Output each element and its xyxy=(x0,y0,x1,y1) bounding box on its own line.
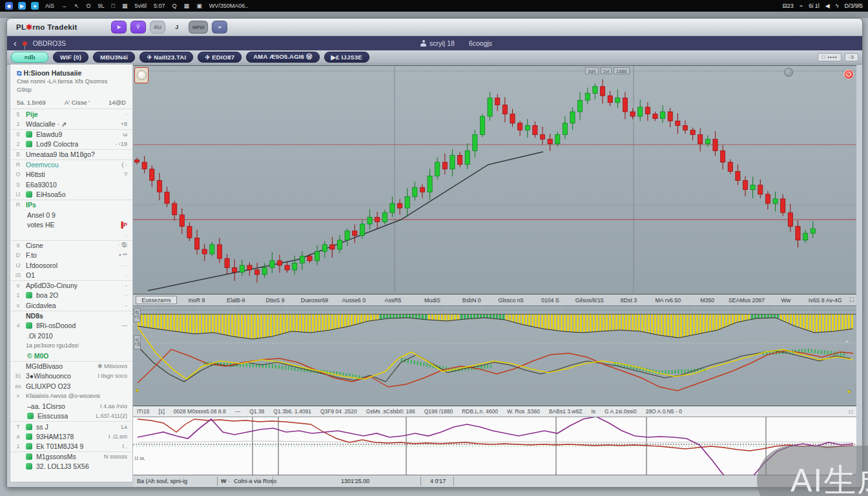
sidebar-row-1[interactable]: 2Wdacialle · ⇗+8 xyxy=(10,119,132,129)
sidebar-row-11[interactable]: votes HE▐P xyxy=(10,220,132,230)
sidebar-row-16[interactable]: ISO1· xyxy=(10,270,132,280)
share-button[interactable]: ➣ xyxy=(212,21,227,34)
sidebar-row-0[interactable]: 5Pije· xyxy=(10,109,132,119)
indicator-token-4: Q1.38 xyxy=(249,408,264,415)
sidebar-row-9[interactable]: RIPs xyxy=(10,200,132,210)
sidebar-row-33[interactable]: 1Ek T01M8J34 9I . xyxy=(10,441,132,451)
axis-label-2: ElalB-9 xyxy=(216,297,256,304)
sidebar-row-21[interactable]: 48Ri-osDoood— xyxy=(10,320,132,331)
row-value: ꞷ xyxy=(123,131,127,138)
panel-scroll-button-mid[interactable]: ≤(+3) xyxy=(134,335,141,349)
sidebar-row-25[interactable]: MGIdBivaso❋ Mitsoovo xyxy=(10,361,132,371)
taskbar-item-0[interactable]: AiS xyxy=(45,3,54,9)
sidebar-row-15[interactable]: IJLfdoosorol· · xyxy=(10,260,132,271)
sidebar-row-17[interactable]: oAp6dD3o-Cinuny- xyxy=(10,280,132,291)
chart-knob-button[interactable] xyxy=(784,68,793,77)
row-value: L.6S\ 411(2) xyxy=(96,413,127,419)
indicator-token-7: GsMs .sCslsb0: 186 xyxy=(366,408,415,415)
row-label: Ap6dD3o-Cinuny xyxy=(26,282,78,289)
active-view-button[interactable]: ≡ıllı xyxy=(11,52,48,63)
sidebar-row-19[interactable]: xGicdavlea- xyxy=(10,300,132,311)
taskbar-item-2[interactable]: ↖ xyxy=(74,3,79,9)
taskbar-item-4[interactable]: 9L xyxy=(98,3,105,9)
taskbar-item-7[interactable]: 5vi6l xyxy=(135,3,147,9)
period-tag-2[interactable]: 1886 xyxy=(614,67,630,74)
ijj-button[interactable]: ▶£ IJJS3E xyxy=(324,52,369,63)
pager-dots[interactable]: □ ▪▪▪▪ xyxy=(818,53,841,61)
status-divider xyxy=(453,477,454,486)
panel-arrow-icon[interactable]: ‣ xyxy=(845,338,849,345)
sidebar-row-4[interactable]: BUmeataa9 Iba M18go? xyxy=(10,149,132,160)
taskbar-item-10[interactable]: ▦ xyxy=(184,3,190,9)
nai-button[interactable]: ✈ NaIII23.TAI xyxy=(140,52,193,63)
wif-button[interactable]: WIF (0) xyxy=(53,52,88,63)
sidebar-row-22[interactable]: .Oi 2010 xyxy=(10,331,132,341)
period-tag-1[interactable]: 1vl xyxy=(601,67,612,74)
j-label[interactable]: J xyxy=(169,21,185,34)
user-label[interactable]: scryi| 18 xyxy=(429,39,455,47)
sidebar-row-35[interactable]: 32. LOL1J3 5X56 xyxy=(10,462,132,472)
sidebar-row-27[interactable]: asGLIUXPO O23 xyxy=(10,381,132,391)
mbu-button[interactable]: MBU3N4i xyxy=(93,52,135,63)
edio-button[interactable]: ✈ EDIO87 xyxy=(198,52,242,63)
sidebar-row-23[interactable]: 1a pe3soro rgu1dss! xyxy=(10,340,132,351)
app-button[interactable]: Ÿ xyxy=(130,21,146,34)
sidebar-row-34[interactable]: M1gssonsMsN ssssss xyxy=(10,451,132,462)
sidebar-row-32[interactable]: a93HAM1378I .G.sm xyxy=(10,431,132,442)
sidebar-row-30[interactable]: EisscussaL.6S\ 411(2) xyxy=(10,411,132,422)
back-button[interactable]: ‹ xyxy=(14,39,17,48)
oscillator-panel[interactable]: 11 ss, xyxy=(133,417,856,475)
status-divider xyxy=(273,477,273,486)
sidebar-tab-2[interactable]: A' Cisse ' xyxy=(65,99,90,106)
ghost-button[interactable]: 4iu xyxy=(150,21,165,34)
sidebar-row-6[interactable]: OH6ttsti? xyxy=(10,169,132,180)
chart-symbol-badge[interactable] xyxy=(134,67,149,83)
sidebar-row-10[interactable]: Ansel 0 9 xyxy=(10,210,132,220)
ama-button[interactable]: AMA Æ5O5.AGI6 Ⓦ xyxy=(246,52,319,63)
taskbar-item-12[interactable]: WV/350MA06.. xyxy=(209,3,249,9)
indicator-end-icon[interactable]: □ xyxy=(849,408,852,415)
sidebar-row-3[interactable]: 2Lod9 Coloctra· ‹19 xyxy=(10,140,132,150)
macd-panel[interactable]: €(+1) ≤(+3) ‣ xyxy=(133,306,856,406)
sidebar-row-26[interactable]: b)3●WishouoncoI itsgn soco xyxy=(10,371,132,381)
send-button[interactable]: ➤ xyxy=(111,21,127,34)
sidebar-tab-1[interactable]: 5a. 1.bn69 xyxy=(17,99,46,106)
sidebar-row-31[interactable]: Tss JLᴀ xyxy=(10,421,132,431)
axis-expand-icon[interactable]: ⛶ xyxy=(845,296,854,304)
taskbar-item-8[interactable]: 5:07 xyxy=(154,3,165,9)
sidebar-row-18[interactable]: 1boa 2O· xyxy=(10,290,132,300)
app-icon-3[interactable]: ● xyxy=(31,2,39,10)
sidebar-row-8[interactable]: IJEiHsoa5o xyxy=(10,190,132,200)
sidebar-row-13[interactable]: 9Cisne· ⑮ xyxy=(10,240,132,251)
sidebar-header-icon: ⧉ xyxy=(17,69,22,77)
taskbar-item-1[interactable]: → xyxy=(61,3,67,9)
app-icon-1[interactable]: ◆ xyxy=(5,2,13,10)
time-axis: EussezamsInoR 8ElalB-9DtteS 9Dueossr69Au… xyxy=(133,294,856,306)
sidebar-row-29[interactable]: –aa. 1CisrsoI 4.aa /rvio xyxy=(10,401,132,411)
sidebar-tab-3[interactable]: 14@D xyxy=(108,99,126,106)
sidebar-row-7[interactable]: SE6a93010 xyxy=(10,180,132,190)
sidebar-row-20[interactable]: ND8s xyxy=(10,311,132,321)
sidebar-row-14[interactable]: DF.to• ** xyxy=(10,250,132,260)
taskbar-item-5[interactable]: □ xyxy=(112,3,115,9)
sidebar-row-5[interactable]: ROeemvcou( · xyxy=(10,160,132,170)
period-tag-0[interactable]: 3d4 xyxy=(585,67,599,74)
app-icon-2[interactable]: ▶ xyxy=(18,2,26,10)
chart-close-button[interactable] xyxy=(843,69,854,79)
sidebar-row-28[interactable]: >Kfaiaiisis Awvss @o-wsoevsi xyxy=(10,391,132,401)
green-square-icon xyxy=(27,413,34,419)
taskbar-item-6[interactable]: ▦ xyxy=(122,3,128,9)
row-value: • ** xyxy=(119,252,127,258)
nav-center-right[interactable]: 6coogjs xyxy=(469,39,492,47)
wfw-button[interactable]: WFW xyxy=(189,21,209,34)
sidebar-row-12[interactable]: · xyxy=(10,230,132,240)
main-chart-panel[interactable]: 3d41vl1886 xyxy=(133,65,856,294)
taskbar-item-11[interactable]: ▣ xyxy=(196,3,202,9)
sidebar-row-2[interactable]: 0Elawdu9ꞷ xyxy=(10,129,132,140)
row-label: votes HE xyxy=(27,221,55,229)
taskbar-item-9[interactable]: Q xyxy=(172,3,177,9)
taskbar-item-3[interactable]: O xyxy=(87,3,91,9)
sidebar-row-24[interactable]: © M0O xyxy=(10,351,132,361)
pager-mini-button[interactable]: -5 xyxy=(845,53,858,61)
panel-scroll-button-top[interactable]: €(+1) xyxy=(134,308,141,322)
